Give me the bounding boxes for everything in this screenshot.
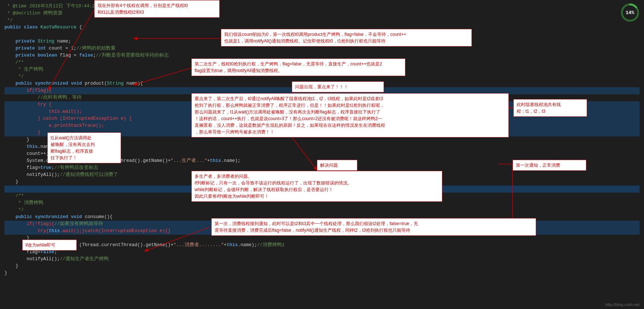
code-line-39: } xyxy=(4,270,640,277)
annotation-4: 问题出现，重点来了！！！ xyxy=(292,81,384,92)
code-line-30: */ xyxy=(4,207,640,214)
annotation-11: if改为while即可 xyxy=(22,240,77,251)
annotation-12: 第一次，消费线程接到通知，此时可以是t2和t3其中一个线程处理，那么我们假设t2… xyxy=(211,218,536,236)
annotation-2: 我们假设count初始为0，第一次线程t0调用product生产烤鸭，flag=… xyxy=(221,29,472,47)
code-line-37: notifyAll();//通知生产者生产烤鸭 xyxy=(4,256,640,263)
annotation-7: t1从wait()方法调用处被唤醒，没有再次去判断flag标志，程序直接往下执行… xyxy=(47,132,121,163)
annotation-3: 第二次生产，线程t0抢到执行权，生产烤鸭，flag=false，无需等待，直接生… xyxy=(191,58,405,76)
code-line-36: flag=false; xyxy=(4,249,640,256)
annotation-9: 多生产者，多消费者的问题。 if判断标记，只有一次，会导致不该运行的线程运行了，… xyxy=(191,171,442,202)
code-line-3: */ xyxy=(4,17,640,24)
annotation-1: 现在外部有4个线程在调用，分别是生产线程t0和t1以及消费线程t2和t3 xyxy=(94,0,220,18)
annotation-5: 重点来了，第二次生产后，t0通过notifyAll唤醒了阻塞线程池t1，t2，t… xyxy=(191,93,509,137)
watermark: http://blog.csdn.net xyxy=(605,302,640,307)
code-line-38: } xyxy=(4,263,640,270)
annotation-8: 解决问题 xyxy=(317,160,357,171)
progress-indicator: 14% xyxy=(620,3,640,22)
annotation-10: 第一次通知，正常消费 xyxy=(513,160,586,171)
progress-text: 14% xyxy=(626,10,634,16)
annotation-6: 此时阻塞线程池共有线程：t1，t2，t3 xyxy=(513,99,587,117)
code-line-35: Sys (Thread.currentThread().getName()+".… xyxy=(4,242,640,249)
